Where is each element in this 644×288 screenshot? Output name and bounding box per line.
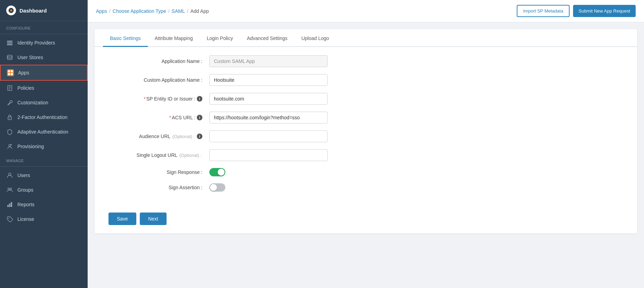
manage-divider [0,166,88,167]
form-actions: Save Next [95,207,637,225]
svg-rect-2 [7,41,13,42]
configure-divider [0,34,88,34]
svg-point-5 [7,55,12,57]
import-sp-metadata-button[interactable]: Import SP Metadata [517,5,569,17]
svg-point-25 [8,218,9,219]
optional-label-audience: (Optional) : [171,134,195,139]
breadcrumb-apps[interactable]: Apps [96,8,107,14]
toggle-sign-response-wrapper [209,168,225,176]
sidebar-item-2fa[interactable]: 2-Factor Authentication [0,110,88,125]
sidebar-item-provisioning-label: Provisioning [17,144,44,149]
toggle-knob-sign-assertion [210,184,217,191]
svg-rect-6 [8,70,10,72]
info-icon-sp-entity-id[interactable]: i [197,96,202,102]
info-icon-audience-url[interactable]: i [197,134,202,139]
provisioning-icon [6,143,13,150]
input-custom-application-name[interactable] [209,74,328,86]
sidebar-item-user-stores[interactable]: User Stores [0,50,88,65]
label-sign-assertion: Sign Assertion : [108,185,209,190]
sidebar-item-reports-label: Reports [17,202,34,207]
sidebar-item-license-label: License [17,216,34,222]
toggle-sign-assertion[interactable] [209,183,225,192]
toggle-sign-assertion-wrapper [209,183,225,192]
group-icon [6,186,13,193]
input-application-name[interactable] [209,55,328,67]
form-row-application-name: Application Name : [108,55,623,67]
submit-new-app-request-button[interactable]: Submit New App Request [573,5,636,17]
sidebar-item-identity-providers[interactable]: Identity Providers [0,35,88,50]
toggle-sign-response[interactable] [209,168,225,176]
label-custom-application-name: Custom Application Name : [108,77,209,83]
tab-basic-settings[interactable]: Basic Settings [103,29,148,47]
input-acs-url[interactable] [209,112,328,123]
input-audience-url[interactable] [209,130,328,142]
save-button[interactable]: Save [108,213,136,225]
configure-section-label: Configure [0,21,88,32]
form-row-audience-url: Audience URL (Optional) : i [108,130,623,142]
svg-rect-3 [7,42,13,43]
shield-icon [6,128,13,135]
tabs-bar: Basic Settings Attribute Mapping Login P… [95,29,637,47]
tab-advanced-settings[interactable]: Advanced Settings [240,29,295,47]
sidebar-logo-text: Dashboard [19,8,47,14]
sidebar-item-reports[interactable]: Reports [0,197,88,212]
toggle-knob-sign-response [218,169,225,176]
sidebar-item-adaptive-auth[interactable]: Adaptive Authentication [0,125,88,139]
sidebar-item-user-stores-label: User Stores [17,55,43,60]
breadcrumb-choose-type[interactable]: Choose Application Type [113,8,166,14]
sidebar-item-identity-providers-label: Identity Providers [17,40,55,46]
sidebar-logo[interactable]: Dashboard [0,0,88,21]
svg-point-20 [8,188,10,190]
tab-attribute-mapping[interactable]: Attribute Mapping [148,29,200,47]
main-card: Basic Settings Attribute Mapping Login P… [95,29,637,233]
sidebar-item-customization[interactable]: Customization [0,95,88,110]
required-star-acs: * [169,115,171,120]
sidebar-item-provisioning[interactable]: Provisioning [0,139,88,154]
topbar: Apps / Choose Application Type / SAML / … [88,0,644,22]
sidebar-item-users-label: Users [17,173,30,178]
form-row-acs-url: * ACS URL : i [108,112,623,123]
label-single-logout-url: Single Logout URL (Optional) : [108,152,209,158]
next-button[interactable]: Next [140,213,167,225]
sidebar-item-license[interactable]: License [0,212,88,226]
lock-icon [6,114,13,121]
required-star-sp: * [144,96,145,102]
sidebar-item-apps[interactable]: Apps [0,65,88,81]
svg-rect-24 [11,202,12,207]
sidebar: Dashboard Configure Identity Providers U… [0,0,88,288]
form-row-sign-assertion: Sign Assertion : [108,183,623,192]
sidebar-item-policies[interactable]: Policies [0,81,88,95]
breadcrumb-add-app: Add App [191,8,209,14]
tab-login-policy[interactable]: Login Policy [200,29,240,47]
chart-icon [6,201,13,208]
svg-rect-22 [7,205,9,207]
label-audience-url: Audience URL (Optional) : i [108,134,209,139]
sidebar-item-users[interactable]: Users [0,168,88,183]
policies-icon [6,85,13,91]
tab-upload-logo[interactable]: Upload Logo [295,29,336,47]
input-single-logout-url[interactable] [209,149,328,161]
apps-icon [7,69,14,76]
svg-rect-23 [9,203,10,207]
main-content: Apps / Choose Application Type / SAML / … [88,0,644,288]
svg-rect-9 [11,73,13,75]
label-sign-response: Sign Response : [108,169,209,175]
form-row-single-logout-url: Single Logout URL (Optional) : [108,149,623,161]
topbar-actions: Import SP Metadata Submit New App Reques… [517,5,636,17]
label-acs-url: * ACS URL : i [108,115,209,120]
breadcrumb-saml[interactable]: SAML [172,8,185,14]
info-icon-acs-url[interactable]: i [197,115,202,120]
form-body: Application Name : Custom Application Na… [95,47,637,207]
form-row-sp-entity-id: * SP Entity ID or Issuer : i [108,93,623,105]
breadcrumb-sep-3: / [187,8,188,14]
person-icon [6,172,13,179]
label-sp-entity-id: * SP Entity ID or Issuer : i [108,96,209,102]
label-application-name: Application Name : [108,58,209,64]
input-sp-entity-id[interactable] [209,93,328,105]
form-row-sign-response: Sign Response : [108,168,623,176]
dashboard-icon [6,6,16,15]
svg-rect-4 [7,44,13,45]
database-icon [6,54,13,61]
svg-rect-8 [8,73,10,75]
sidebar-item-groups[interactable]: Groups [0,183,88,197]
